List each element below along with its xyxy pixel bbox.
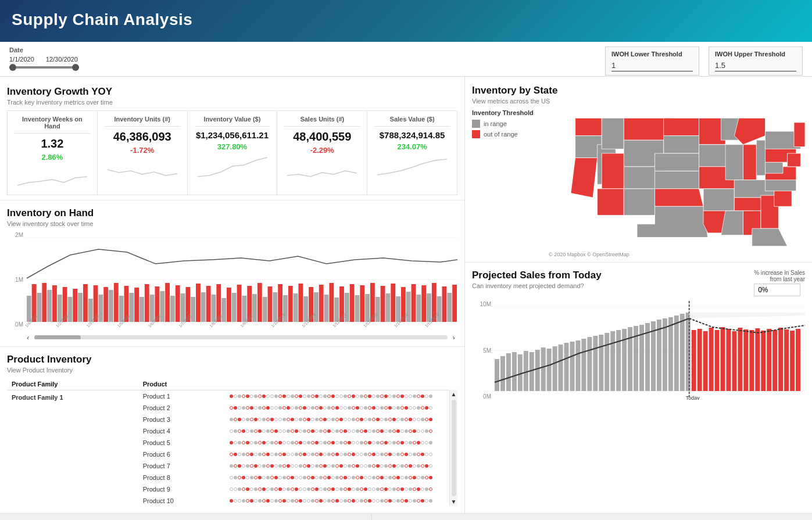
- svg-marker-133: [752, 228, 788, 246]
- svg-rect-153: [541, 347, 546, 391]
- svg-marker-116: [654, 189, 703, 206]
- svg-text:2/2/2020: 2/2/2020: [495, 399, 513, 400]
- product-name: Product 5: [138, 437, 225, 449]
- product-dots: [225, 390, 457, 403]
- iwoh-lower-input[interactable]: [611, 60, 693, 71]
- svg-rect-185: [715, 330, 720, 391]
- svg-rect-60: [319, 285, 324, 322]
- svg-rect-55: [294, 293, 298, 322]
- svg-rect-190: [743, 329, 748, 391]
- svg-rect-181: [692, 330, 696, 391]
- col-family-header: Product Family: [7, 378, 138, 390]
- metric-sales-value-header: Sales Value ($): [374, 116, 450, 127]
- us-map-svg: [549, 109, 805, 250]
- svg-rect-183: [703, 331, 708, 391]
- svg-rect-51: [273, 292, 277, 322]
- svg-rect-65: [345, 293, 349, 322]
- date-filter: Date 1/1/2020 12/30/2020: [9, 46, 79, 69]
- increase-input[interactable]: [754, 284, 800, 296]
- metric-inv-value-change: 327.80%: [195, 142, 270, 151]
- svg-rect-175: [668, 317, 673, 391]
- projected-chart-svg: Today: [492, 301, 805, 400]
- product-name: Product 1: [138, 390, 225, 403]
- iwoh-lower-label: IWOH Lower Threshold: [611, 51, 693, 58]
- svg-rect-68: [360, 285, 364, 322]
- svg-rect-196: [778, 328, 783, 391]
- svg-rect-54: [288, 286, 293, 322]
- ioh-chart: 1/4/2020 1/2/2020 1/3/2020 1/5/2020 1/6/…: [24, 232, 457, 328]
- svg-rect-11: [68, 297, 73, 322]
- svg-rect-174: [663, 318, 667, 391]
- svg-text:11/8/2020: 11/8/2020: [727, 399, 747, 400]
- svg-rect-24: [134, 288, 139, 322]
- page-title: Supply Chain Analysis: [12, 10, 192, 29]
- svg-text:9/13/2020: 9/13/2020: [680, 399, 701, 400]
- svg-rect-18: [103, 287, 108, 322]
- legend-out-range-label: out of range: [484, 131, 518, 138]
- svg-rect-81: [427, 293, 431, 322]
- product-dots: [225, 425, 457, 437]
- date-label: Date: [9, 46, 79, 53]
- svg-rect-149: [518, 354, 523, 391]
- svg-rect-150: [524, 351, 528, 391]
- upcoming-shipments-section: Upcoming Shipments View upcoming product…: [372, 514, 812, 520]
- proj-y-5m: 5M: [472, 347, 491, 354]
- bottom-section: Upcoming Shipments View upcoming product…: [0, 513, 812, 520]
- product-scroll-up[interactable]: ▲: [450, 390, 457, 399]
- product-dots: [225, 460, 457, 472]
- product-scroll-down[interactable]: ▼: [450, 497, 457, 506]
- svg-rect-49: [263, 297, 267, 322]
- ioh-scroll-bar[interactable]: ‹ ›: [24, 331, 457, 339]
- legend-title: Inventory Threshold: [472, 109, 542, 116]
- svg-rect-78: [412, 284, 416, 322]
- svg-rect-83: [437, 296, 442, 322]
- product-name: Product 2: [138, 402, 225, 414]
- slider-thumb-left[interactable]: [9, 64, 16, 71]
- svg-rect-14: [83, 284, 88, 322]
- svg-rect-80: [421, 285, 426, 322]
- svg-rect-151: [530, 352, 534, 391]
- product-dots: [225, 402, 457, 414]
- table-row: Product 9: [7, 483, 457, 495]
- metric-inv-units-header: Inventory Units (#): [105, 116, 180, 127]
- scroll-left-arrow[interactable]: ‹: [24, 333, 32, 339]
- projected-header: Projected Sales from Today Can inventory…: [472, 270, 805, 296]
- svg-rect-67: [355, 295, 360, 322]
- svg-marker-113: [664, 136, 699, 153]
- scroll-right-arrow[interactable]: ›: [450, 333, 457, 339]
- iwoh-upper-input[interactable]: [715, 60, 796, 71]
- svg-rect-152: [535, 350, 540, 391]
- svg-marker-137: [766, 162, 783, 173]
- projected-title-group: Projected Sales from Today Can inventory…: [472, 270, 602, 294]
- svg-rect-184: [709, 328, 714, 391]
- iwoh-upper-label: IWOH Upper Threshold: [715, 51, 796, 58]
- scroll-track[interactable]: [34, 335, 448, 339]
- svg-rect-66: [350, 284, 355, 322]
- svg-rect-154: [547, 349, 552, 391]
- svg-rect-42: [227, 288, 231, 322]
- svg-rect-147: [506, 353, 511, 391]
- svg-marker-109: [602, 153, 624, 189]
- product-name: Product 8: [138, 472, 225, 483]
- product-inventory-title: Product Inventory: [7, 354, 457, 365]
- slider-thumb-right[interactable]: [72, 64, 79, 71]
- iwoh-lower-group: IWOH Lower Threshold: [605, 46, 699, 76]
- scroll-thumb[interactable]: [34, 335, 81, 339]
- product-name: Product 7: [138, 460, 225, 472]
- svg-rect-43: [232, 293, 237, 322]
- svg-marker-110: [598, 189, 624, 216]
- sparkline-iwoh: [15, 165, 90, 188]
- svg-marker-140: [794, 123, 805, 147]
- increase-label: % increase in Salesfrom last year: [754, 270, 805, 282]
- svg-rect-39: [212, 295, 216, 322]
- svg-rect-176: [674, 315, 679, 391]
- svg-rect-30: [165, 283, 170, 322]
- date-slider-track[interactable]: [9, 66, 79, 69]
- svg-marker-101: [575, 118, 602, 135]
- svg-rect-33: [181, 293, 185, 322]
- metric-sales-units: Sales Units (#) 48,400,559 -2.29%: [277, 111, 367, 195]
- svg-rect-146: [500, 356, 505, 391]
- svg-rect-31: [170, 296, 175, 322]
- svg-marker-126: [743, 145, 757, 180]
- iwoh-upper-group: IWOH Upper Threshold: [709, 46, 803, 76]
